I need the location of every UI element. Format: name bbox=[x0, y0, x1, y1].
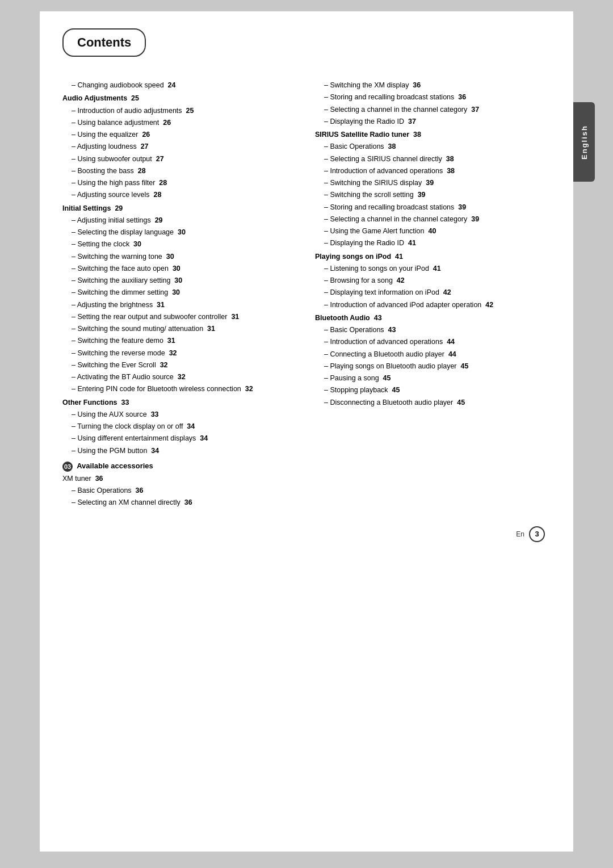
toc-item: SIRIUS Satellite Radio tuner 38 bbox=[315, 129, 551, 141]
toc-item: – Selecting an XM channel directly 36 bbox=[62, 497, 298, 509]
toc-item: – Introduction of audio adjustments 25 bbox=[62, 105, 298, 117]
toc-item: 03 Available accessories bbox=[62, 462, 298, 472]
toc-item: – Pausing a song 45 bbox=[315, 372, 551, 384]
toc-item: – Introduction of advanced operations 44 bbox=[315, 336, 551, 348]
toc-item: – Basic Operations 36 bbox=[62, 485, 298, 497]
toc-item: Initial Settings 29 bbox=[62, 203, 298, 215]
toc-columns: – Changing audiobook speed 24Audio Adjus… bbox=[62, 79, 551, 509]
toc-item: – Selecting a channel in the channel cat… bbox=[315, 104, 551, 116]
toc-item: Bluetooth Audio 43 bbox=[315, 312, 551, 324]
toc-item: – Connecting a Bluetooth audio player 44 bbox=[315, 349, 551, 360]
toc-item: Other Functions 33 bbox=[62, 397, 298, 409]
toc-item: – Displaying the Radio ID 41 bbox=[315, 237, 551, 249]
footer-page-number: 3 bbox=[529, 526, 545, 542]
toc-item: – Displaying the Radio ID 37 bbox=[315, 116, 551, 128]
toc-item: – Displaying text information on iPod 42 bbox=[315, 287, 551, 299]
toc-item: – Switching the Ever Scroll 32 bbox=[62, 359, 298, 371]
toc-item: – Turning the clock display on or off 34 bbox=[62, 421, 298, 433]
toc-item: – Playing songs on Bluetooth audio playe… bbox=[315, 360, 551, 372]
toc-item: – Disconnecting a Bluetooth audio player… bbox=[315, 397, 551, 409]
toc-item: XM tuner 36 bbox=[62, 473, 298, 485]
toc-item: Audio Adjustments 25 bbox=[62, 93, 298, 104]
toc-item: – Using the Game Alert function 40 bbox=[315, 225, 551, 237]
toc-item: – Switching the scroll setting 39 bbox=[315, 189, 551, 201]
toc-item: – Using the high pass filter 28 bbox=[62, 177, 298, 189]
toc-item: – Selecting the display language 30 bbox=[62, 227, 298, 238]
toc-item: – Basic Operations 43 bbox=[315, 324, 551, 336]
toc-item: – Adjusting loudness 27 bbox=[62, 141, 298, 153]
toc-item: – Storing and recalling broadcast statio… bbox=[315, 202, 551, 213]
toc-item: – Using different entertainment displays… bbox=[62, 433, 298, 445]
toc-item: – Selecting a SIRIUS channel directly 38 bbox=[315, 153, 551, 165]
left-column: – Changing audiobook speed 24Audio Adjus… bbox=[62, 79, 298, 509]
toc-item: – Setting the rear output and subwoofer … bbox=[62, 311, 298, 323]
toc-item: – Adjusting initial settings 29 bbox=[62, 215, 298, 227]
footer-language: En bbox=[516, 530, 524, 538]
toc-item: – Switching the auxiliary setting 30 bbox=[62, 275, 298, 287]
toc-item: – Storing and recalling broadcast statio… bbox=[315, 91, 551, 103]
footer: En 3 bbox=[62, 526, 551, 542]
toc-item: – Changing audiobook speed 24 bbox=[62, 79, 298, 91]
toc-item: – Introduction of advanced operations 38 bbox=[315, 165, 551, 177]
language-tab: English bbox=[573, 102, 595, 182]
toc-item: – Introduction of advanced iPod adapter … bbox=[315, 299, 551, 311]
toc-item: – Switching the reverse mode 32 bbox=[62, 347, 298, 359]
toc-item: – Entering PIN code for Bluetooth wirele… bbox=[62, 383, 298, 395]
right-column: – Switching the XM display 36– Storing a… bbox=[315, 79, 551, 509]
toc-item: Playing songs on iPod 41 bbox=[315, 251, 551, 263]
toc-item: – Using subwoofer output 27 bbox=[62, 153, 298, 165]
toc-item: – Switching the sound muting/ attenuatio… bbox=[62, 323, 298, 335]
toc-item: – Stopping playback 45 bbox=[315, 384, 551, 396]
toc-item: – Selecting a channel in the channel cat… bbox=[315, 213, 551, 225]
toc-item: – Switching the dimmer setting 30 bbox=[62, 287, 298, 299]
toc-item: – Switching the warning tone 30 bbox=[62, 251, 298, 263]
toc-item: – Using balance adjustment 26 bbox=[62, 117, 298, 129]
page-content: English Contents – Changing audiobook sp… bbox=[40, 11, 573, 852]
toc-item: – Boosting the bass 28 bbox=[62, 165, 298, 177]
toc-item: – Listening to songs on your iPod 41 bbox=[315, 263, 551, 275]
toc-item: – Using the AUX source 33 bbox=[62, 409, 298, 421]
toc-item: – Using the PGM button 34 bbox=[62, 445, 298, 457]
toc-item: – Switching the SIRIUS display 39 bbox=[315, 177, 551, 189]
toc-item: – Using the equalizer 26 bbox=[62, 129, 298, 141]
toc-item: – Switching the face auto open 30 bbox=[62, 263, 298, 275]
toc-item: – Basic Operations 38 bbox=[315, 141, 551, 153]
toc-item: – Adjusting the brightness 31 bbox=[62, 299, 298, 311]
toc-item: – Switching the XM display 36 bbox=[315, 79, 551, 91]
page-title: Contents bbox=[77, 35, 131, 49]
toc-item: – Browsing for a song 42 bbox=[315, 275, 551, 287]
language-label: English bbox=[580, 125, 589, 160]
toc-item: – Setting the clock 30 bbox=[62, 238, 298, 250]
toc-item: – Switching the feature demo 31 bbox=[62, 335, 298, 347]
title-box: Contents bbox=[62, 28, 146, 57]
toc-item: – Adjusting source levels 28 bbox=[62, 189, 298, 201]
toc-item: – Activating the BT Audio source 32 bbox=[62, 371, 298, 383]
